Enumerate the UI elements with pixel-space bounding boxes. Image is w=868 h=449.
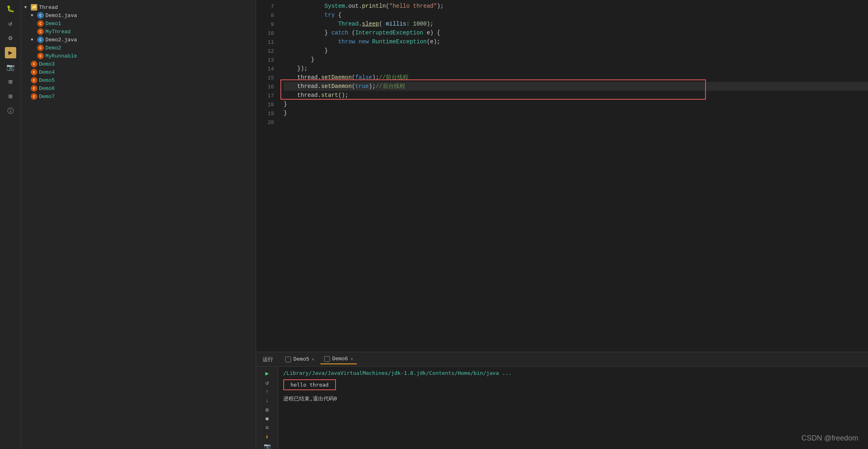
terminal-icon[interactable]: ⊞ bbox=[5, 76, 16, 88]
tree-item-demo1java[interactable]: ▼ C Demo1.java bbox=[21, 11, 256, 19]
run-tab-label-demo5: Demo5 bbox=[293, 356, 309, 362]
tree-folder-thread[interactable]: ▼ 📁 Thread bbox=[21, 3, 256, 11]
folder-icon-thread: 📁 bbox=[31, 4, 37, 11]
main-area: 🐛 ↺ ⚙ ▶ 📷 ⊞ ⊞ ⓘ ▼ 📁 Thread ▼ C Demo1.jav… bbox=[0, 0, 868, 449]
tree-item-demo2-class[interactable]: C Demo2 bbox=[21, 44, 256, 52]
tree-label-demo4: Demo4 bbox=[39, 69, 55, 75]
class-icon-myrunnable: C bbox=[37, 53, 44, 59]
bottom-down-icon[interactable]: ↓ bbox=[263, 398, 272, 404]
bottom-content: ▶ ↺ ↑ ↓ ⚙ ■ ≡ ⬇ 📷 🖨 🗑 /Library/Java/Java… bbox=[256, 367, 868, 449]
bottom-list-icon[interactable]: ≡ bbox=[263, 425, 272, 431]
class-icon-demo1: C bbox=[37, 20, 44, 27]
tree-label-demo5: Demo5 bbox=[39, 77, 55, 83]
grid-icon[interactable]: ⊞ bbox=[5, 91, 16, 102]
tree-item-mythread[interactable]: C MyThread bbox=[21, 28, 256, 36]
code-area-wrapper: 7 8 9 10 11 12 13 14 15 16 17 18 19 20 bbox=[256, 0, 868, 352]
tree-item-demo1-class[interactable]: C Demo1 bbox=[21, 19, 256, 28]
class-icon-demo6: C bbox=[31, 85, 37, 92]
bottom-stop-icon[interactable]: ■ bbox=[263, 416, 272, 422]
code-line-14: }); bbox=[284, 64, 868, 73]
code-line-12: } bbox=[284, 46, 868, 55]
tree-label-mythread: MyThread bbox=[45, 29, 71, 35]
tree-label-demo1: Demo1 bbox=[45, 21, 61, 27]
code-line-16: thread.setDaemon(true);//后台线程 bbox=[284, 82, 868, 91]
terminal-output-area: /Library/Java/JavaVirtualMachines/jdk-1.… bbox=[278, 367, 868, 449]
java-file-icon-demo2: C bbox=[37, 36, 44, 43]
code-line-13: } bbox=[284, 55, 868, 64]
tree-label-demo3: Demo3 bbox=[39, 61, 55, 67]
run-tab-demo6[interactable]: Demo6 ✕ bbox=[320, 354, 357, 364]
tree-label-demo6: Demo6 bbox=[39, 86, 55, 92]
code-editor[interactable]: 7 8 9 10 11 12 13 14 15 16 17 18 19 20 bbox=[256, 0, 868, 352]
run-tab-icon-demo5 bbox=[285, 357, 291, 362]
bottom-up-icon[interactable]: ↑ bbox=[263, 389, 272, 395]
file-tree-sidebar: ▼ 📁 Thread ▼ C Demo1.java C Demo1 C MyTh… bbox=[21, 0, 256, 449]
terminal-output-text: hello thread bbox=[291, 382, 329, 388]
class-icon-demo5: C bbox=[31, 77, 37, 83]
tree-item-demo4[interactable]: C Demo4 bbox=[21, 68, 256, 76]
class-icon-mythread: C bbox=[37, 28, 44, 35]
tree-label-demo7: Demo7 bbox=[39, 94, 55, 100]
code-text[interactable]: System.out.println("hello thread"); try … bbox=[280, 2, 868, 352]
bottom-panel: 运行 Demo5 ✕ Demo6 ✕ ▶ ↺ ↑ ↓ bbox=[256, 352, 868, 449]
java-file-icon-demo1: C bbox=[37, 12, 44, 19]
folder-label-thread: Thread bbox=[39, 4, 58, 11]
code-line-15: thread.setDaemon(false);//前台线程 bbox=[284, 73, 868, 82]
run-tab-icon-demo6 bbox=[324, 356, 330, 362]
class-icon-demo3: C bbox=[31, 61, 37, 67]
bottom-run-icon[interactable]: ▶ bbox=[263, 370, 272, 377]
code-line-8: try { bbox=[284, 11, 868, 19]
code-line-17: thread.start(); bbox=[284, 91, 868, 100]
code-line-11: throw new RuntimeException(e); bbox=[284, 37, 868, 46]
run-icon[interactable]: ▶ bbox=[5, 47, 16, 58]
code-line-20 bbox=[284, 118, 868, 126]
code-line-7: System.out.println("hello thread"); bbox=[284, 2, 868, 11]
bottom-settings-icon[interactable]: ⚙ bbox=[263, 406, 272, 413]
tree-item-demo7[interactable]: C Demo7 bbox=[21, 92, 256, 100]
run-tabs-bar: 运行 Demo5 ✕ Demo6 ✕ bbox=[256, 352, 868, 367]
code-line-10: } catch (InterruptedException e) { bbox=[284, 28, 868, 37]
code-line-18: } bbox=[284, 100, 868, 109]
terminal-output-box-wrapper: hello thread bbox=[283, 378, 863, 392]
bottom-scroll-down-icon[interactable]: ⬇ bbox=[263, 434, 272, 440]
class-icon-demo4: C bbox=[31, 69, 37, 75]
terminal-output-box: hello thread bbox=[283, 379, 336, 390]
camera-icon[interactable]: 📷 bbox=[5, 62, 16, 73]
bug-icon[interactable]: 🐛 bbox=[5, 3, 16, 15]
attribution: CSDN @freedom bbox=[802, 434, 858, 443]
editor-area: 7 8 9 10 11 12 13 14 15 16 17 18 19 20 bbox=[256, 0, 868, 449]
tree-item-demo6[interactable]: C Demo6 bbox=[21, 84, 256, 92]
tree-label-demo2java: Demo2.java bbox=[45, 37, 77, 43]
tree-label-demo2: Demo2 bbox=[45, 45, 61, 51]
tree-item-myrunnable[interactable]: C MyRunnable bbox=[21, 52, 256, 60]
run-tab-close-demo6[interactable]: ✕ bbox=[351, 356, 353, 361]
code-line-9: Thread.sleep( millis: 1000); bbox=[284, 19, 868, 28]
bottom-left-icons: ▶ ↺ ↑ ↓ ⚙ ■ ≡ ⬇ 📷 🖨 🗑 bbox=[256, 367, 278, 449]
refresh-icon[interactable]: ↺ bbox=[5, 18, 16, 29]
tree-item-demo2java[interactable]: ▼ C Demo2.java bbox=[21, 36, 256, 44]
settings-icon[interactable]: ⚙ bbox=[5, 32, 16, 44]
terminal-path: /Library/Java/JavaVirtualMachines/jdk-1.… bbox=[283, 370, 863, 376]
terminal-end-text: 进程已结束,退出代码0 bbox=[283, 395, 863, 402]
line-numbers: 7 8 9 10 11 12 13 14 15 16 17 18 19 20 bbox=[256, 2, 280, 352]
tree-item-demo5[interactable]: C Demo5 bbox=[21, 76, 256, 84]
run-tab-label-demo6: Demo6 bbox=[332, 356, 348, 362]
tree-item-demo3[interactable]: C Demo3 bbox=[21, 60, 256, 68]
bottom-refresh-icon[interactable]: ↺ bbox=[263, 379, 272, 386]
tree-label-demo1java: Demo1.java bbox=[45, 13, 77, 19]
run-tab-demo5[interactable]: Demo5 ✕ bbox=[281, 355, 319, 364]
run-label: 运行 bbox=[259, 354, 276, 365]
class-icon-demo7: C bbox=[31, 93, 37, 100]
info-icon[interactable]: ⓘ bbox=[5, 105, 16, 117]
tree-label-myrunnable: MyRunnable bbox=[45, 53, 77, 59]
tree-arrow-demo1java: ▼ bbox=[31, 13, 36, 18]
far-left-icon-bar: 🐛 ↺ ⚙ ▶ 📷 ⊞ ⊞ ⓘ bbox=[0, 0, 21, 449]
tree-arrow-thread: ▼ bbox=[24, 5, 30, 10]
class-icon-demo2: C bbox=[37, 45, 44, 51]
run-tab-close-demo5[interactable]: ✕ bbox=[312, 357, 314, 362]
code-line-19: } bbox=[284, 109, 868, 118]
tree-arrow-demo2java: ▼ bbox=[31, 38, 36, 42]
bottom-camera-icon[interactable]: 📷 bbox=[263, 443, 272, 449]
